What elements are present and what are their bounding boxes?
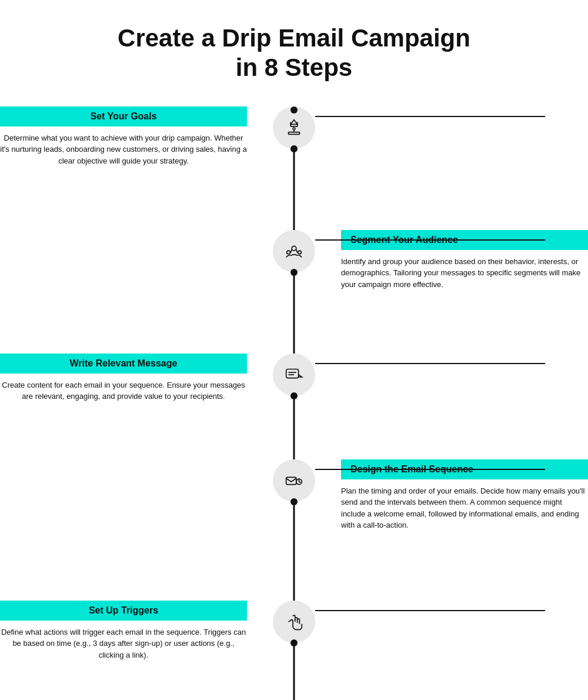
connector-4 — [315, 469, 545, 470]
svg-line-10 — [290, 249, 292, 253]
step-5-left: Set Up Triggers Define what actions will… — [0, 601, 294, 661]
step-2-icon — [273, 230, 315, 272]
connector-2 — [315, 239, 545, 241]
center-dot-1 — [290, 145, 298, 152]
step-3-desc: Create content for each email in your se… — [0, 379, 247, 402]
step-3-icon — [273, 354, 315, 396]
step-row-2: Segment Your Audience Identify and group… — [0, 230, 588, 348]
center-dot-5 — [290, 639, 298, 646]
svg-point-7 — [292, 246, 296, 251]
step-4-desc: Plan the timing and order of your emails… — [341, 485, 588, 531]
step-4-right: Design the Email Sequence Plan the timin… — [294, 459, 588, 531]
step-3-icon-wrapper — [273, 354, 315, 396]
svg-point-6 — [293, 128, 295, 130]
connector-1 — [315, 116, 545, 117]
svg-rect-12 — [286, 369, 299, 378]
step-3-left: Write Relevant Message Create content fo… — [0, 354, 294, 402]
step-5-icon-wrapper — [273, 601, 315, 643]
svg-line-11 — [296, 249, 298, 253]
step-2-desc: Identify and group your audience based o… — [341, 256, 588, 291]
svg-rect-0 — [289, 132, 300, 134]
step-1-desc: Determine what you want to achieve with … — [0, 132, 247, 167]
connector-3 — [315, 363, 545, 364]
center-dot-2 — [290, 269, 298, 276]
connector-5 — [315, 610, 545, 611]
step-5-icon — [273, 601, 315, 643]
step-5-desc: Define what actions will trigger each em… — [0, 626, 247, 661]
step-row-5: Set Up Triggers Define what actions will… — [0, 601, 588, 700]
infographic: Set Your Goals Determine what you want t… — [0, 106, 588, 700]
svg-point-8 — [287, 251, 290, 254]
step-1-left: Set Your Goals Determine what you want t… — [0, 106, 294, 167]
svg-marker-2 — [290, 119, 297, 124]
step-4-icon-wrapper — [273, 459, 315, 502]
step-2-icon-wrapper — [273, 230, 315, 272]
top-dot — [290, 106, 298, 114]
center-dot-3 — [290, 392, 298, 399]
svg-point-9 — [298, 251, 302, 254]
svg-rect-15 — [286, 477, 296, 484]
page-title: Create a Drip Email Campaign in 8 Steps — [0, 0, 588, 101]
step-row-3: Write Relevant Message Create content fo… — [0, 354, 588, 454]
step-row-1: Set Your Goals Determine what you want t… — [0, 106, 588, 224]
step-5-label: Set Up Triggers — [0, 601, 247, 621]
step-row-4: Design the Email Sequence Plan the timin… — [0, 459, 588, 595]
step-1-label: Set Your Goals — [0, 106, 247, 126]
step-4-icon — [273, 459, 315, 502]
center-dot-4 — [290, 498, 298, 505]
step-3-label: Write Relevant Message — [0, 354, 247, 374]
